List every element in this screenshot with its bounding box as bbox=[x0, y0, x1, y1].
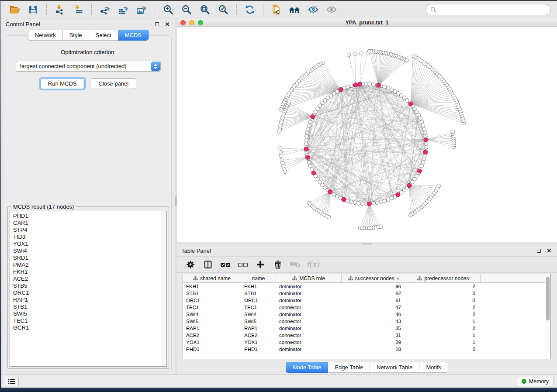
table-cell[interactable]: connector bbox=[276, 340, 342, 345]
graph-mcds-node[interactable] bbox=[328, 189, 332, 194]
mcds-result-node[interactable]: STB5 bbox=[13, 282, 161, 289]
vertical-splitter-handle[interactable] bbox=[175, 196, 177, 206]
tab-network[interactable]: Network bbox=[28, 30, 63, 41]
table-cell[interactable]: 2 bbox=[406, 326, 481, 331]
mcds-result-node[interactable]: ACE2 bbox=[13, 275, 161, 282]
mcds-result-node[interactable]: SRD1 bbox=[13, 254, 161, 261]
mcds-result-node[interactable]: GCR1 bbox=[13, 324, 161, 331]
graph-mcds-node[interactable] bbox=[342, 197, 346, 202]
delete-column-icon[interactable] bbox=[271, 259, 284, 270]
table-cell[interactable]: ACE2 bbox=[183, 333, 241, 338]
export-network-icon[interactable] bbox=[97, 3, 112, 16]
table-scrollbar-thumb[interactable] bbox=[546, 277, 550, 320]
horizontal-splitter[interactable] bbox=[177, 242, 557, 245]
show-all-icon[interactable] bbox=[324, 3, 339, 16]
graph-mcds-node[interactable] bbox=[304, 147, 308, 151]
table-cell[interactable]: 31 bbox=[342, 333, 406, 338]
table-cell[interactable]: 2 bbox=[406, 312, 481, 317]
window-close-icon[interactable] bbox=[180, 20, 186, 25]
mcds-result-node[interactable]: TEC1 bbox=[13, 317, 161, 324]
column-header-successor-nodes[interactable]: successor nodes∨ bbox=[342, 274, 406, 282]
search-input[interactable] bbox=[439, 7, 546, 13]
table-cell[interactable]: TEC1 bbox=[183, 305, 241, 310]
float-panel-icon[interactable] bbox=[153, 21, 160, 28]
save-session-icon[interactable] bbox=[26, 3, 41, 16]
memory-button[interactable]: Memory bbox=[517, 377, 554, 386]
graph-mcds-node[interactable] bbox=[311, 171, 316, 175]
mcds-result-list[interactable]: PHD1CAR1STP4TID3YOX1SWI4SRD1PMA2FKH1ACE2… bbox=[10, 211, 167, 367]
mcds-result-node[interactable]: PMA2 bbox=[13, 261, 161, 268]
table-cell[interactable]: ORC1 bbox=[183, 298, 241, 303]
table-cell[interactable]: 62 bbox=[342, 291, 406, 296]
table-row[interactable]: TEC1TEC1connector472 bbox=[183, 304, 545, 311]
table-cell[interactable]: 18 bbox=[342, 347, 406, 352]
mcds-result-node[interactable]: YOX1 bbox=[13, 241, 161, 248]
zoom-in-icon[interactable] bbox=[161, 3, 176, 16]
table-cell[interactable]: dominator bbox=[276, 298, 342, 303]
table-cell[interactable]: 43 bbox=[342, 319, 406, 324]
table-cell[interactable]: dominator bbox=[276, 312, 342, 317]
mcds-result-node[interactable]: ORC1 bbox=[13, 289, 161, 296]
table-cell[interactable]: YOX1 bbox=[241, 340, 276, 345]
task-history-button[interactable] bbox=[5, 377, 19, 386]
table-row[interactable]: PHD1PHD1dominator180 bbox=[183, 346, 545, 353]
table-cell[interactable]: connector bbox=[276, 319, 342, 324]
mcds-result-node[interactable]: FKH1 bbox=[13, 268, 161, 275]
mcds-result-node[interactable]: CAR1 bbox=[13, 220, 161, 227]
network-view[interactable] bbox=[177, 27, 557, 242]
table-cell[interactable]: 2 bbox=[406, 305, 481, 310]
hide-selected-icon[interactable] bbox=[306, 3, 321, 16]
table-cell[interactable]: dominator bbox=[276, 326, 342, 331]
graph-mcds-node[interactable] bbox=[408, 102, 413, 106]
table-cell[interactable]: 61 bbox=[342, 298, 406, 303]
table-row[interactable]: SWI4SWI4dominator462 bbox=[183, 311, 545, 318]
float-table-panel-icon[interactable] bbox=[535, 247, 542, 254]
table-cell[interactable]: 2 bbox=[406, 284, 481, 289]
table-row[interactable]: ACE2ACE2connector311 bbox=[183, 332, 545, 339]
column-header-predecessor-nodes[interactable]: predecessor nodes bbox=[406, 274, 481, 282]
run-mcds-button[interactable]: Run MCDS bbox=[40, 78, 85, 89]
graph-mcds-node[interactable] bbox=[377, 83, 381, 87]
table-row[interactable]: FKH1FKH1dominator962 bbox=[183, 283, 545, 290]
table-cell[interactable]: SWI4 bbox=[241, 312, 276, 317]
table-cell[interactable]: RAP1 bbox=[183, 326, 241, 331]
graph-mcds-node[interactable] bbox=[367, 202, 371, 206]
table-cell[interactable]: 29 bbox=[342, 340, 406, 345]
table-row[interactable]: SWI5SWI5connector431 bbox=[183, 318, 545, 325]
mcds-result-node[interactable]: TID3 bbox=[13, 234, 161, 241]
tab-mcds[interactable]: MCDS bbox=[118, 30, 149, 41]
graph-mcds-node[interactable] bbox=[358, 82, 362, 86]
tab-edge-table[interactable]: Edge Table bbox=[328, 362, 370, 373]
tab-style[interactable]: Style bbox=[63, 30, 89, 41]
import-network-icon[interactable] bbox=[52, 3, 67, 16]
table-cell[interactable]: STB1 bbox=[183, 291, 241, 296]
window-maximize-icon[interactable] bbox=[198, 20, 203, 25]
table-row[interactable]: STB1STB1dominator620 bbox=[183, 290, 545, 297]
graph-mcds-node[interactable] bbox=[305, 155, 310, 160]
new-network-from-selection-icon[interactable] bbox=[269, 3, 284, 16]
table-cell[interactable]: FKH1 bbox=[241, 284, 276, 289]
table-cell[interactable]: 0 bbox=[406, 298, 481, 303]
mcds-result-node[interactable]: SWI4 bbox=[13, 248, 161, 254]
export-table-icon[interactable] bbox=[116, 3, 131, 16]
first-neighbors-icon[interactable] bbox=[287, 3, 302, 16]
table-cell[interactable]: 1 bbox=[406, 333, 481, 338]
graph-mcds-node[interactable] bbox=[311, 114, 315, 119]
table-cell[interactable]: 47 bbox=[342, 305, 406, 310]
table-cell[interactable]: 35 bbox=[342, 326, 406, 331]
table-cell[interactable]: TEC1 bbox=[241, 305, 276, 310]
graph-mcds-node[interactable] bbox=[407, 183, 412, 188]
tab-network-table[interactable]: Network Table bbox=[370, 362, 419, 373]
close-panel-button[interactable]: Close panel bbox=[91, 78, 137, 89]
search-box[interactable] bbox=[426, 4, 551, 15]
table-cell[interactable]: SWI4 bbox=[183, 312, 241, 317]
table-cell[interactable]: RAP1 bbox=[241, 326, 276, 331]
graph-mcds-node[interactable] bbox=[353, 83, 358, 87]
graph-mcds-node[interactable] bbox=[396, 193, 400, 197]
table-cell[interactable]: dominator bbox=[276, 347, 342, 352]
table-row[interactable]: RAP1RAP1dominator352 bbox=[183, 325, 545, 332]
table-cell[interactable]: PHD1 bbox=[241, 347, 276, 352]
table-scrollbar[interactable] bbox=[545, 274, 550, 359]
table-cell[interactable]: ORC1 bbox=[241, 298, 276, 303]
table-cell[interactable]: connector bbox=[276, 305, 342, 310]
